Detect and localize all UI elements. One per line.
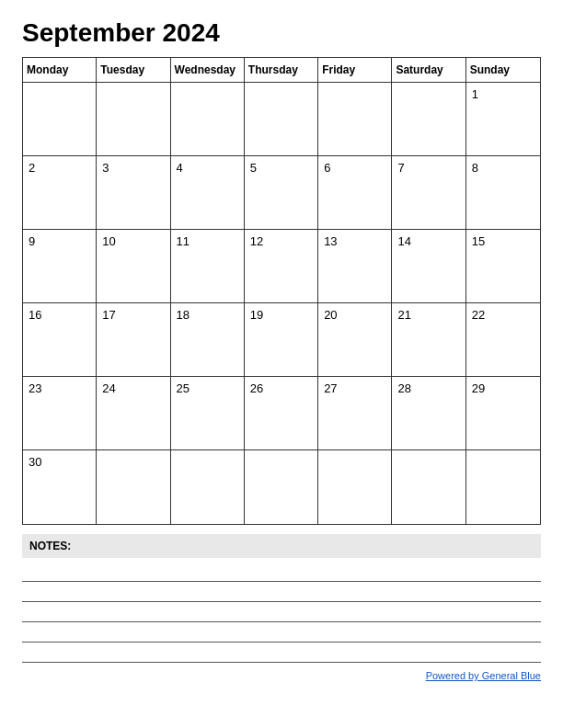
day-number: 1 xyxy=(472,87,478,101)
day-number: 9 xyxy=(29,234,35,248)
calendar-cell: 13 xyxy=(318,230,392,303)
day-number: 29 xyxy=(472,381,485,395)
day-number: 19 xyxy=(250,308,263,322)
day-number: 11 xyxy=(177,234,190,248)
calendar-cell: 2 xyxy=(23,156,97,230)
day-number: 12 xyxy=(250,234,263,248)
calendar-cell: 8 xyxy=(466,156,540,230)
calendar-cell xyxy=(318,83,392,156)
calendar-cell: 26 xyxy=(245,377,318,450)
calendar-cell xyxy=(23,83,97,156)
calendar-cell: 22 xyxy=(466,303,540,377)
calendar-cell xyxy=(245,450,318,524)
calendar-cell: 21 xyxy=(392,303,465,377)
calendar-cell xyxy=(392,83,465,156)
calendar-header: MondayTuesdayWednesdayThursdayFridaySatu… xyxy=(23,58,540,83)
day-number: 17 xyxy=(102,308,115,322)
day-number: 23 xyxy=(29,381,41,395)
day-header-wednesday: Wednesday xyxy=(171,58,245,82)
day-number: 16 xyxy=(29,308,41,322)
day-number: 30 xyxy=(29,455,41,469)
calendar-cell: 3 xyxy=(97,156,170,230)
calendar-cell: 25 xyxy=(171,377,245,450)
calendar-cell: 23 xyxy=(23,377,97,450)
day-header-tuesday: Tuesday xyxy=(97,58,170,82)
calendar-cell: 15 xyxy=(466,230,540,303)
calendar-cell: 7 xyxy=(392,156,465,230)
day-number: 26 xyxy=(250,381,263,395)
day-number: 6 xyxy=(324,161,330,175)
calendar-cell: 12 xyxy=(245,230,318,303)
day-header-monday: Monday xyxy=(23,58,97,82)
powered-by-link[interactable]: Powered by General Blue xyxy=(426,670,541,681)
day-number: 24 xyxy=(102,381,115,395)
page-title: September 2024 xyxy=(22,18,541,48)
powered-by: Powered by General Blue xyxy=(22,670,541,681)
calendar-cell: 9 xyxy=(23,230,97,303)
day-number: 10 xyxy=(102,234,115,248)
day-number: 18 xyxy=(177,308,190,322)
notes-line xyxy=(22,582,541,602)
calendar-cell: 19 xyxy=(245,303,318,377)
day-number: 13 xyxy=(324,234,337,248)
day-number: 3 xyxy=(102,161,109,175)
calendar-cell xyxy=(318,450,392,524)
notes-label: NOTES: xyxy=(22,534,541,558)
calendar-cell xyxy=(466,450,540,524)
calendar-cell: 16 xyxy=(23,303,97,377)
calendar-cell: 10 xyxy=(97,230,170,303)
calendar-cell: 11 xyxy=(171,230,245,303)
calendar-cell: 14 xyxy=(392,230,465,303)
calendar-cell: 24 xyxy=(97,377,170,450)
day-number: 8 xyxy=(472,161,478,175)
calendar-cell xyxy=(392,450,465,524)
calendar-grid: 1234567891011121314151617181920212223242… xyxy=(23,83,540,524)
calendar-cell: 18 xyxy=(171,303,245,377)
calendar-cell: 5 xyxy=(245,156,318,230)
calendar-cell xyxy=(97,83,170,156)
day-number: 21 xyxy=(397,308,410,322)
day-header-thursday: Thursday xyxy=(245,58,318,82)
notes-line xyxy=(22,643,541,663)
calendar-cell: 4 xyxy=(171,156,245,230)
day-number: 25 xyxy=(177,381,190,395)
day-number: 4 xyxy=(177,161,183,175)
calendar: MondayTuesdayWednesdayThursdayFridaySatu… xyxy=(22,57,541,525)
calendar-cell: 28 xyxy=(392,377,465,450)
day-number: 27 xyxy=(324,381,337,395)
day-header-saturday: Saturday xyxy=(392,58,465,82)
notes-line xyxy=(22,562,541,582)
day-number: 15 xyxy=(472,234,485,248)
calendar-cell: 30 xyxy=(23,450,97,524)
notes-section: NOTES: xyxy=(22,534,541,663)
day-header-friday: Friday xyxy=(318,58,392,82)
notes-lines xyxy=(22,562,541,663)
calendar-cell: 27 xyxy=(318,377,392,450)
calendar-cell: 6 xyxy=(318,156,392,230)
calendar-cell: 20 xyxy=(318,303,392,377)
notes-line xyxy=(22,622,541,643)
calendar-cell: 1 xyxy=(466,83,540,156)
calendar-cell xyxy=(97,450,170,524)
calendar-cell xyxy=(171,83,245,156)
day-number: 2 xyxy=(29,161,35,175)
calendar-cell xyxy=(245,83,318,156)
calendar-cell: 29 xyxy=(466,377,540,450)
day-number: 22 xyxy=(472,308,485,322)
calendar-cell xyxy=(171,450,245,524)
day-number: 5 xyxy=(250,161,257,175)
day-number: 14 xyxy=(397,234,410,248)
day-header-sunday: Sunday xyxy=(466,58,540,82)
day-number: 7 xyxy=(397,161,404,175)
calendar-cell: 17 xyxy=(97,303,170,377)
day-number: 28 xyxy=(397,381,410,395)
day-number: 20 xyxy=(324,308,337,322)
notes-line xyxy=(22,602,541,622)
